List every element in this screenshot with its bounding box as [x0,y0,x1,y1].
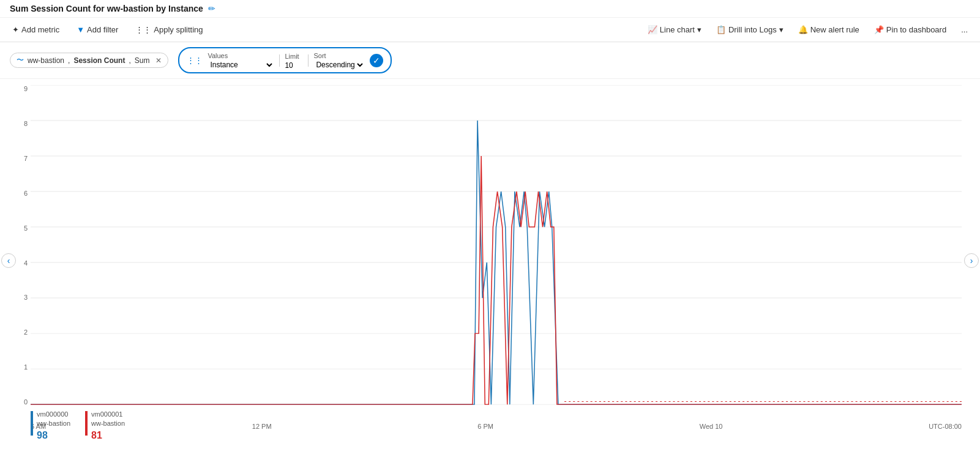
filter-icon: ▼ [77,25,84,34]
x-label-12pm: 12 PM [252,423,272,430]
toolbar-left: ✦ Add metric ▼ Add filter ⋮⋮ Apply split… [10,24,206,35]
legend-color-blue [31,411,33,436]
pin-dashboard-button[interactable]: 📌 Pin to dashboard [872,24,949,35]
pin-icon: 📌 [874,25,884,34]
y-label-0: 0 [6,398,28,406]
line-chart-icon: 📈 [648,25,657,34]
edit-title-icon[interactable]: ✏ [208,4,215,13]
legend-resource-red: ww-bastion [91,419,125,428]
remove-metric-button[interactable]: ✕ [155,56,162,65]
apply-splitting-label: Apply splitting [154,25,203,34]
legend-value-blue: 98 [37,429,70,442]
x-axis: 6 AM 12 PM 6 PM Wed 10 UTC-08:00 [31,423,962,430]
add-filter-button[interactable]: ▼ Add filter [74,24,121,35]
legend-resource-blue: ww-bastion [37,419,70,428]
y-label-3: 3 [6,294,28,301]
divider [279,54,280,67]
y-label-2: 2 [6,328,28,336]
y-label-1: 1 [6,363,28,371]
values-group: Values InstanceResource GroupSubscriptio… [208,51,274,70]
legend-value-red: 81 [91,429,125,442]
new-alert-rule-label: New alert rule [810,25,859,34]
page-title: Sum Session Count for ww-bastion by Inst… [10,4,203,13]
limit-group: Limit [285,51,303,70]
drill-logs-label: Drill into Logs [728,25,777,34]
y-label-5: 5 [6,224,28,232]
y-label-9: 9 [6,85,28,92]
add-metric-button[interactable]: ✦ Add metric [10,24,62,35]
divider2 [308,54,309,67]
legend-item-red: vm000001 ww-bastion 81 [85,410,125,442]
drill-chevron-icon: ▾ [779,25,784,34]
metric-pill: 〜 ww-bastion, Session Count, Sum ✕ [10,53,168,68]
chart-nav-right-button[interactable]: › [964,253,979,268]
metric-icon: 〜 [17,55,24,65]
split-icon: ⋮⋮ [135,25,151,34]
x-label-6pm: 6 PM [477,423,493,430]
splitting-bar: 〜 ww-bastion, Session Count, Sum ✕ ⋮⋮ Va… [0,42,980,79]
new-alert-rule-button[interactable]: 🔔 New alert rule [796,24,862,35]
legend-text-red: vm000001 ww-bastion 81 [91,410,125,442]
add-filter-label: Add filter [87,25,118,34]
metric-aggregation: Sum [135,56,150,65]
limit-input[interactable] [285,61,303,70]
legend-item-blue: vm000000 ww-bastion 98 [31,410,70,442]
splitting-controls: ⋮⋮ Values InstanceResource GroupSubscrip… [178,47,392,73]
grid-lines [31,85,962,404]
metric-resource: ww-bastion [28,56,64,65]
values-select[interactable]: InstanceResource GroupSubscription [208,60,274,70]
ellipsis-icon: ... [961,25,968,34]
apply-splitting-confirm-button[interactable]: ✓ [370,54,383,67]
y-label-6: 6 [6,190,28,197]
legend-text-blue: vm000000 ww-bastion 98 [37,410,70,442]
legend-instance-red: vm000001 [91,410,125,419]
splitting-icon: ⋮⋮ [187,56,203,65]
add-metric-icon: ✦ [12,25,19,34]
add-metric-label: Add metric [21,25,59,34]
legend-instance-blue: vm000000 [37,410,70,419]
apply-splitting-button[interactable]: ⋮⋮ Apply splitting [133,24,205,35]
series-red [31,156,962,404]
toolbar: ✦ Add metric ▼ Add filter ⋮⋮ Apply split… [0,18,980,42]
pin-dashboard-label: Pin to dashboard [886,25,946,34]
metric-name: Session Count [73,56,125,65]
limit-label: Limit [285,53,299,60]
more-options-button[interactable]: ... [959,24,970,35]
x-label-utc: UTC-08:00 [929,423,962,430]
chart-nav-left-button[interactable]: ‹ [1,253,16,268]
values-label: Values [208,52,228,59]
toolbar-right: 📈 Line chart ▾ 📋 Drill into Logs ▾ 🔔 New… [645,24,970,35]
y-axis: 0 1 2 3 4 5 6 7 8 9 [6,85,28,406]
line-chart-label: Line chart [660,25,695,34]
logs-icon: 📋 [716,25,726,34]
y-label-8: 8 [6,120,28,127]
title-bar: Sum Session Count for ww-bastion by Inst… [0,0,980,18]
drill-logs-button[interactable]: 📋 Drill into Logs ▾ [714,24,786,35]
y-label-7: 7 [6,155,28,162]
x-label-wed10: Wed 10 [700,423,723,430]
chart-area: ‹ › 0 1 2 3 4 5 6 7 8 9 [0,79,980,442]
line-chart-button[interactable]: 📈 Line chart ▾ [645,24,704,35]
legend-color-red [85,411,88,436]
sort-select[interactable]: DescendingAscending [313,60,365,70]
sort-label: Sort [313,52,326,59]
sort-group: Sort DescendingAscending [313,51,365,70]
alert-icon: 🔔 [798,25,808,34]
chart-canvas [31,85,962,406]
chevron-down-icon: ▾ [697,25,701,34]
chart-svg [31,85,962,406]
legend: vm000000 ww-bastion 98 vm000001 ww-basti… [31,410,125,442]
